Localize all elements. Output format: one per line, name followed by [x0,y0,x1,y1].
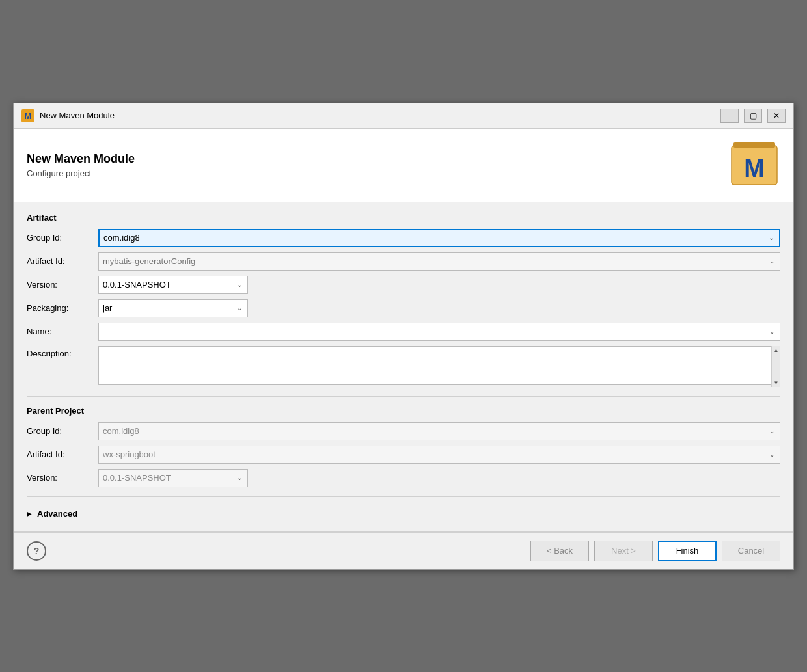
packaging-row: Packaging: jar war pom ⌄ [27,299,780,317]
group-id-row: Group Id: ⌄ [27,229,780,247]
parent-group-id-field: ⌄ [98,422,780,440]
packaging-field: jar war pom ⌄ [98,299,780,317]
parent-group-id-chevron[interactable]: ⌄ [768,427,776,435]
parent-group-id-wrapper[interactable]: ⌄ [98,422,780,440]
version-select[interactable]: 0.0.1-SNAPSHOT [103,280,236,289]
name-row: Name: ⌄ [27,323,780,341]
title-bar-controls: — ▢ ✕ [720,109,786,123]
parent-artifact-id-field: ⌄ [98,446,780,464]
page-title: New Maven Module [27,152,135,166]
parent-artifact-id-chevron[interactable]: ⌄ [768,451,776,458]
title-bar-icon: M [21,109,34,122]
parent-artifact-id-label: Artifact Id: [27,450,98,459]
name-input[interactable] [103,327,768,336]
description-input[interactable] [98,346,771,385]
divider-2 [27,496,780,497]
finish-button[interactable]: Finish [658,541,717,561]
svg-rect-4 [733,142,775,148]
advanced-row[interactable]: ▶ Advanced [27,506,780,521]
name-input-wrapper[interactable]: ⌄ [98,323,780,341]
artifact-id-input-wrapper[interactable]: ⌄ [98,252,780,271]
content-area: Artifact Group Id: ⌄ Artifact Id: ⌄ [14,202,793,531]
footer-left: ? [27,541,46,561]
header-section: New Maven Module Configure project M [14,129,793,202]
page-subtitle: Configure project [27,168,135,178]
parent-version-row: Version: 0.0.1-SNAPSHOT ⌄ [27,469,780,487]
artifact-id-chevron[interactable]: ⌄ [768,258,776,265]
artifact-id-input[interactable] [103,256,768,266]
title-bar: M New Maven Module — ▢ ✕ [14,103,793,129]
packaging-select[interactable]: jar war pom [103,303,236,313]
description-scrollbar[interactable]: ▲ ▼ [771,346,780,387]
parent-artifact-id-wrapper[interactable]: ⌄ [98,446,780,464]
footer-right: < Back Next > Finish Cancel [530,541,780,561]
help-button[interactable]: ? [27,541,46,561]
advanced-arrow-icon: ▶ [27,510,32,517]
description-row: Description: ▲ ▼ [27,346,780,387]
parent-version-label: Version: [27,473,98,483]
advanced-label: Advanced [37,509,77,518]
version-chevron: ⌄ [236,281,243,288]
footer: ? < Back Next > Finish Cancel [14,531,793,569]
group-id-input[interactable] [103,233,767,243]
name-label: Name: [27,327,98,336]
packaging-label: Packaging: [27,303,98,313]
group-id-chevron[interactable]: ⌄ [767,234,775,241]
parent-group-id-input[interactable] [103,426,768,436]
artifact-id-label: Artifact Id: [27,256,98,266]
version-row: Version: 0.0.1-SNAPSHOT ⌄ [27,276,780,294]
scroll-down-arrow: ▼ [774,380,779,386]
minimize-button[interactable]: — [720,109,739,123]
parent-artifact-id-row: Artifact Id: ⌄ [27,446,780,464]
description-label: Description: [27,346,98,358]
artifact-id-field: ⌄ [98,252,780,271]
cancel-button[interactable]: Cancel [722,541,780,561]
group-id-label: Group Id: [27,233,98,243]
parent-version-chevron: ⌄ [236,474,243,481]
group-id-input-wrapper[interactable]: ⌄ [98,229,780,247]
group-id-field: ⌄ [98,229,780,247]
artifact-id-row: Artifact Id: ⌄ [27,252,780,271]
name-chevron[interactable]: ⌄ [768,328,776,335]
svg-text:M: M [25,111,32,121]
packaging-chevron: ⌄ [236,304,243,312]
maven-logo-icon: M [728,139,780,191]
packaging-select-wrapper[interactable]: jar war pom ⌄ [98,299,248,317]
title-bar-title: New Maven Module [40,111,115,120]
version-field: 0.0.1-SNAPSHOT ⌄ [98,276,780,294]
scroll-up-arrow: ▲ [774,347,779,353]
maximize-button[interactable]: ▢ [744,109,762,123]
parent-group-id-label: Group Id: [27,426,98,436]
back-button[interactable]: < Back [530,541,589,561]
artifact-section-title: Artifact [27,213,780,222]
name-field: ⌄ [98,323,780,341]
description-field: ▲ ▼ [98,346,780,387]
parent-version-select[interactable]: 0.0.1-SNAPSHOT [103,473,236,483]
svg-text:M: M [744,155,765,182]
version-label: Version: [27,280,98,289]
parent-group-id-row: Group Id: ⌄ [27,422,780,440]
title-bar-left: M New Maven Module [21,109,115,122]
next-button[interactable]: Next > [594,541,653,561]
parent-project-section-title: Parent Project [27,406,780,416]
header-text: New Maven Module Configure project [27,152,135,178]
version-select-wrapper[interactable]: 0.0.1-SNAPSHOT ⌄ [98,276,248,294]
close-button[interactable]: ✕ [767,109,786,123]
divider-1 [27,396,780,397]
parent-version-field: 0.0.1-SNAPSHOT ⌄ [98,469,780,487]
parent-version-select-wrapper[interactable]: 0.0.1-SNAPSHOT ⌄ [98,469,248,487]
parent-artifact-id-input[interactable] [103,450,768,459]
